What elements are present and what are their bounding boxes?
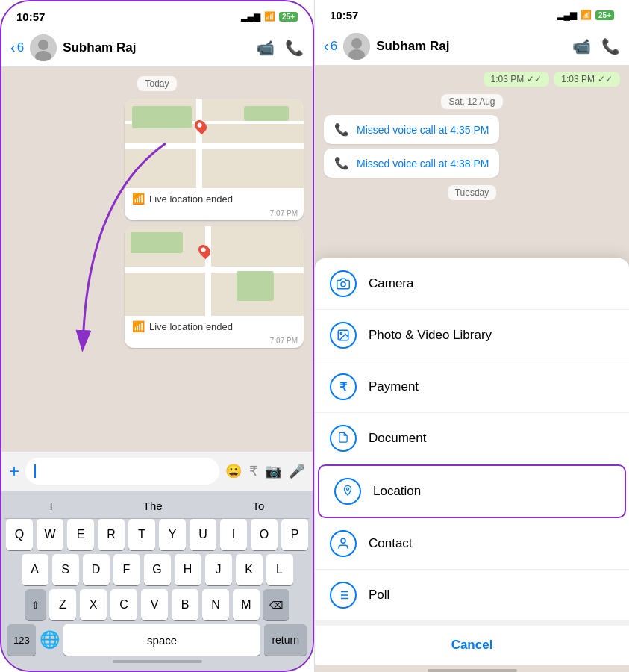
camera-menu-icon — [330, 270, 357, 297]
keyboard: I The To Q W E R T Y U I O P A S D F G H… — [1, 491, 313, 671]
svg-point-7 — [341, 282, 345, 287]
key-J[interactable]: J — [205, 554, 232, 585]
keyboard-row-3: ⇧ Z X C V B N M ⌫ — [4, 589, 310, 620]
menu-item-photo-video[interactable]: Photo & Video Library — [315, 310, 629, 361]
key-E[interactable]: E — [67, 519, 94, 550]
right-phone-call-icon[interactable]: 📞 — [601, 37, 620, 55]
right-panel: 10:57 ▂▄▆ 📶 25+ ‹ 6 Subham Raj 📹 📞 — [314, 0, 629, 672]
video-call-icon[interactable]: 📹 — [256, 39, 275, 57]
sticker-icon[interactable]: 😀 — [225, 463, 242, 479]
right-back-button[interactable]: ‹ 6 — [324, 37, 337, 55]
svg-point-9 — [340, 332, 342, 334]
phone-call-icon[interactable]: 📞 — [285, 39, 304, 57]
delete-key[interactable]: ⌫ — [263, 589, 289, 620]
attachment-menu: Camera Photo & Video Library ₹ Paym — [315, 258, 629, 665]
key-L[interactable]: L — [266, 554, 293, 585]
input-icons: 😀 ₹ 📷 🎤 — [225, 463, 305, 479]
key-O[interactable]: O — [251, 519, 278, 550]
key-F[interactable]: F — [113, 554, 140, 585]
map-image-2 — [125, 226, 304, 316]
suggestion-3[interactable]: To — [247, 498, 271, 514]
left-avatar[interactable] — [30, 34, 57, 61]
key-B[interactable]: B — [172, 589, 198, 620]
key-Q[interactable]: Q — [6, 519, 33, 550]
back-arrow-icon: ‹ — [10, 39, 16, 56]
cursor — [34, 464, 36, 478]
menu-item-poll[interactable]: Poll — [315, 570, 629, 621]
camera-input-icon[interactable]: 📷 — [265, 463, 281, 479]
key-C[interactable]: C — [110, 589, 137, 620]
key-R[interactable]: R — [98, 519, 125, 550]
tick-time-1: 1:03 PM — [491, 74, 525, 84]
right-status-bar: 10:57 ▂▄▆ 📶 25+ — [315, 0, 629, 27]
msg-time-row: 1:03 PM ✓✓ 1:03 PM ✓✓ — [324, 72, 620, 87]
missed-call-text-2: Missed voice call at 4:38 PM — [357, 158, 489, 169]
suggestion-1[interactable]: I — [44, 498, 59, 514]
left-status-icons: ▂▄▆ 📶 25+ — [241, 11, 298, 22]
right-back-count: 6 — [331, 39, 337, 54]
map-bubble-2[interactable]: 📶 Live location ended 7:07 PM — [125, 226, 304, 348]
key-T[interactable]: T — [128, 519, 155, 550]
key-G[interactable]: G — [144, 554, 171, 585]
bubble-time-1: 7:07 PM — [125, 209, 304, 220]
svg-point-5 — [351, 38, 362, 49]
document-menu-icon — [330, 425, 357, 452]
right-contact-name[interactable]: Subham Raj — [376, 39, 566, 54]
text-input-field[interactable] — [25, 458, 219, 485]
left-status-bar: 10:57 ▂▄▆ 📶 25+ — [1, 1, 313, 28]
key-S[interactable]: S — [52, 554, 79, 585]
right-wifi-icon: 📶 — [581, 10, 592, 20]
numbers-key[interactable]: 123 — [7, 624, 36, 656]
key-N[interactable]: N — [202, 589, 229, 620]
left-battery: 25+ — [279, 12, 298, 22]
key-K[interactable]: K — [236, 554, 263, 585]
menu-item-camera[interactable]: Camera — [315, 258, 629, 310]
suggestion-2[interactable]: The — [137, 498, 169, 514]
map-info-2: 📶 Live location ended — [125, 316, 304, 337]
return-key[interactable]: return — [264, 624, 307, 656]
menu-item-payment[interactable]: ₹ Payment — [315, 361, 629, 413]
key-P[interactable]: P — [281, 519, 308, 550]
location-label: Location — [373, 484, 421, 499]
poll-menu-icon — [330, 582, 357, 609]
key-W[interactable]: W — [37, 519, 63, 550]
menu-item-document[interactable]: Document — [315, 413, 629, 464]
left-back-button[interactable]: ‹ 6 — [10, 39, 24, 56]
key-U[interactable]: U — [190, 519, 216, 550]
svg-point-1 — [38, 40, 48, 50]
menu-item-location[interactable]: Location — [318, 464, 626, 518]
right-avatar[interactable] — [343, 33, 370, 60]
missed-call-2: 📞 Missed voice call at 4:38 PM — [324, 149, 499, 178]
key-X[interactable]: X — [80, 589, 107, 620]
tick-check-1: ✓✓ — [527, 74, 542, 84]
key-A[interactable]: A — [22, 554, 48, 585]
key-Y[interactable]: Y — [159, 519, 186, 550]
key-V[interactable]: V — [141, 589, 168, 620]
right-back-arrow-icon: ‹ — [324, 37, 329, 55]
key-H[interactable]: H — [175, 554, 201, 585]
svg-point-11 — [341, 538, 345, 543]
mic-icon[interactable]: 🎤 — [289, 463, 305, 479]
right-time: 10:57 — [330, 9, 358, 22]
shift-key[interactable]: ⇧ — [25, 589, 46, 620]
cancel-button[interactable]: Cancel — [315, 621, 629, 665]
missed-call-icon-2: 📞 — [334, 156, 349, 170]
plus-button[interactable]: + — [9, 461, 19, 482]
right-video-call-icon[interactable]: 📹 — [572, 37, 591, 55]
tick-time-2: 1:03 PM — [561, 74, 595, 84]
left-contact-name[interactable]: Subham Raj — [63, 40, 250, 55]
left-panel: 10:57 ▂▄▆ 📶 25+ ‹ 6 Subham Raj 📹 📞 Toda — [0, 0, 314, 672]
contact-menu-icon — [330, 530, 357, 557]
map-bubble-1[interactable]: 📶 Live location ended 7:07 PM — [125, 99, 304, 220]
key-M[interactable]: M — [233, 589, 260, 620]
emoji-key[interactable]: 🌐 — [40, 630, 60, 650]
right-nav-bar: ‹ 6 Subham Raj 📹 📞 — [315, 27, 629, 66]
key-D[interactable]: D — [83, 554, 110, 585]
cancel-label: Cancel — [451, 638, 493, 653]
rupee-icon[interactable]: ₹ — [249, 463, 257, 479]
menu-item-contact[interactable]: Contact — [315, 518, 629, 570]
bubble-time-2: 7:07 PM — [125, 337, 304, 348]
space-key[interactable]: space — [63, 624, 261, 656]
key-I[interactable]: I — [220, 519, 247, 550]
key-Z[interactable]: Z — [49, 589, 76, 620]
